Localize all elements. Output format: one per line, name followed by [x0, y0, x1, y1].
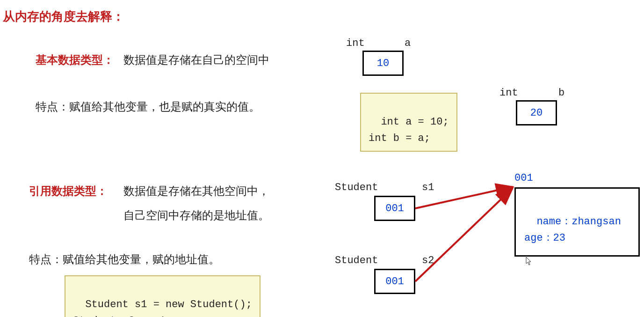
s1-name: s1 [422, 182, 434, 193]
reference-feature-text: 赋值给其他变量，赋的地址值。 [63, 253, 220, 265]
s1-type: Student [335, 182, 378, 193]
primitive-feature-label: 特点： [36, 100, 69, 113]
boxB-value: 20 [530, 107, 543, 119]
reference-code: Student s1 = new Student(); Student s2 =… [73, 299, 252, 317]
reference-feature-label: 特点： [29, 253, 63, 265]
s2-box: 001 [374, 269, 415, 294]
cursor-icon [526, 257, 532, 266]
boxA-name: a [405, 37, 411, 49]
reference-desc1: 数据值是存储在其他空间中， [123, 184, 269, 199]
primitive-feature-text: 赋值给其他变量，也是赋的真实的值。 [69, 100, 260, 113]
reference-desc2: 自己空间中存储的是地址值。 [123, 208, 269, 223]
obj-addr: 001 [514, 172, 533, 184]
s2-type: Student [335, 255, 378, 266]
boxB: 20 [516, 100, 557, 125]
reference-feature: 特点：赋值给其他变量，赋的地址值。 [29, 252, 220, 267]
s2-name: s2 [422, 255, 434, 266]
primitive-label: 基本数据类型： [36, 52, 114, 67]
primitive-code: int a = 10; int b = a; [369, 116, 449, 144]
reference-label: 引用数据类型： [29, 184, 108, 199]
page-title: 从内存的角度去解释： [3, 8, 124, 25]
boxA: 10 [362, 51, 404, 76]
arrows-overlay [0, 0, 644, 317]
primitive-feature: 特点：赋值给其他变量，也是赋的真实的值。 [36, 99, 260, 114]
boxB-name: b [558, 87, 564, 99]
arrow-s2-to-obj [415, 188, 513, 281]
reference-code-box: Student s1 = new Student(); Student s2 =… [65, 275, 260, 317]
boxA-type: int [346, 37, 365, 49]
s1-box: 001 [374, 196, 415, 221]
s1-value: 001 [385, 203, 404, 214]
boxB-type: int [499, 87, 518, 99]
boxA-value: 10 [377, 58, 389, 69]
obj-box: name：zhangsan age：23 [514, 187, 640, 257]
primitive-code-box: int a = 10; int b = a; [360, 93, 457, 152]
s2-value: 001 [385, 276, 404, 288]
primitive-desc: 数据值是存储在自己的空间中 [123, 52, 269, 67]
obj-content: name：zhangsan age：23 [524, 216, 621, 244]
